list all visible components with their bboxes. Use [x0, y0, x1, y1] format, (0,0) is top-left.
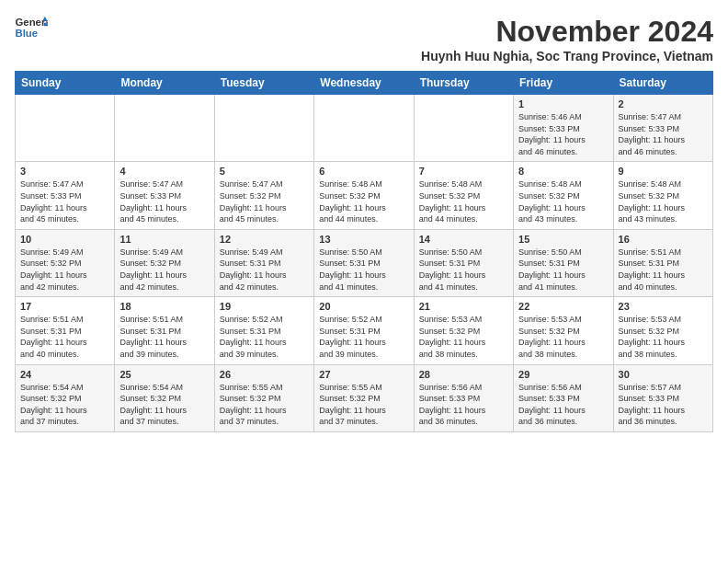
title-block: November 2024 Huynh Huu Nghia, Soc Trang… [421, 15, 713, 63]
day-number: 16 [619, 234, 708, 245]
calendar-cell: 5Sunrise: 5:47 AM Sunset: 5:32 PM Daylig… [214, 162, 313, 229]
calendar-cell: 20Sunrise: 5:52 AM Sunset: 5:31 PM Dayli… [314, 297, 414, 364]
weekday-header-sunday: Sunday [16, 72, 115, 95]
calendar-cell: 21Sunrise: 5:53 AM Sunset: 5:32 PM Dayli… [414, 297, 513, 364]
cell-content: Sunrise: 5:50 AM Sunset: 5:31 PM Dayligh… [419, 247, 508, 293]
day-number: 20 [319, 301, 408, 312]
day-number: 21 [419, 301, 508, 312]
day-number: 6 [319, 166, 408, 177]
cell-content: Sunrise: 5:47 AM Sunset: 5:33 PM Dayligh… [20, 178, 109, 224]
calendar-cell: 14Sunrise: 5:50 AM Sunset: 5:31 PM Dayli… [414, 229, 513, 296]
calendar-table: SundayMondayTuesdayWednesdayThursdayFrid… [15, 71, 713, 432]
day-number: 22 [518, 301, 608, 312]
calendar-cell: 23Sunrise: 5:53 AM Sunset: 5:32 PM Dayli… [613, 297, 712, 364]
cell-content: Sunrise: 5:48 AM Sunset: 5:32 PM Dayligh… [518, 178, 608, 224]
day-number: 4 [119, 166, 209, 177]
day-number: 12 [220, 234, 309, 245]
day-number: 23 [619, 301, 708, 312]
day-number: 19 [220, 301, 309, 312]
cell-content: Sunrise: 5:55 AM Sunset: 5:32 PM Dayligh… [319, 382, 408, 428]
calendar-cell: 2Sunrise: 5:47 AM Sunset: 5:33 PM Daylig… [613, 95, 712, 162]
cell-content: Sunrise: 5:53 AM Sunset: 5:32 PM Dayligh… [419, 314, 508, 360]
day-number: 15 [518, 234, 608, 245]
day-number: 10 [20, 234, 109, 245]
calendar-cell: 12Sunrise: 5:49 AM Sunset: 5:31 PM Dayli… [214, 229, 313, 296]
cell-content: Sunrise: 5:51 AM Sunset: 5:31 PM Dayligh… [619, 247, 708, 293]
day-number: 17 [20, 301, 109, 312]
day-number: 1 [518, 98, 608, 109]
calendar-cell: 3Sunrise: 5:47 AM Sunset: 5:33 PM Daylig… [16, 162, 115, 229]
cell-content: Sunrise: 5:54 AM Sunset: 5:32 PM Dayligh… [20, 382, 109, 428]
week-row-4: 17Sunrise: 5:51 AM Sunset: 5:31 PM Dayli… [16, 297, 713, 364]
day-number: 14 [419, 234, 508, 245]
month-title: November 2024 [421, 15, 713, 49]
calendar-cell [314, 95, 414, 162]
logo-icon: General Blue [15, 15, 48, 40]
cell-content: Sunrise: 5:46 AM Sunset: 5:33 PM Dayligh… [518, 111, 608, 157]
calendar-cell: 26Sunrise: 5:55 AM Sunset: 5:32 PM Dayli… [214, 364, 313, 431]
cell-content: Sunrise: 5:50 AM Sunset: 5:31 PM Dayligh… [319, 247, 408, 293]
calendar-cell: 9Sunrise: 5:48 AM Sunset: 5:32 PM Daylig… [613, 162, 712, 229]
day-number: 18 [119, 301, 209, 312]
cell-content: Sunrise: 5:55 AM Sunset: 5:32 PM Dayligh… [220, 382, 309, 428]
calendar-cell: 10Sunrise: 5:49 AM Sunset: 5:32 PM Dayli… [16, 229, 115, 296]
calendar-cell: 24Sunrise: 5:54 AM Sunset: 5:32 PM Dayli… [16, 364, 115, 431]
weekday-header-row: SundayMondayTuesdayWednesdayThursdayFrid… [16, 72, 713, 95]
calendar-cell: 28Sunrise: 5:56 AM Sunset: 5:33 PM Dayli… [414, 364, 513, 431]
cell-content: Sunrise: 5:52 AM Sunset: 5:31 PM Dayligh… [319, 314, 408, 360]
page-header: General Blue November 2024 Huynh Huu Ngh… [15, 15, 713, 63]
calendar-cell [16, 95, 115, 162]
day-number: 30 [619, 369, 708, 380]
day-number: 8 [518, 166, 608, 177]
calendar-cell: 17Sunrise: 5:51 AM Sunset: 5:31 PM Dayli… [16, 297, 115, 364]
calendar-cell: 13Sunrise: 5:50 AM Sunset: 5:31 PM Dayli… [314, 229, 414, 296]
calendar-cell: 7Sunrise: 5:48 AM Sunset: 5:32 PM Daylig… [414, 162, 513, 229]
calendar-cell: 18Sunrise: 5:51 AM Sunset: 5:31 PM Dayli… [115, 297, 214, 364]
day-number: 2 [619, 98, 708, 109]
calendar-cell: 8Sunrise: 5:48 AM Sunset: 5:32 PM Daylig… [514, 162, 613, 229]
day-number: 3 [20, 166, 109, 177]
day-number: 26 [220, 369, 309, 380]
week-row-3: 10Sunrise: 5:49 AM Sunset: 5:32 PM Dayli… [16, 229, 713, 296]
calendar-cell: 19Sunrise: 5:52 AM Sunset: 5:31 PM Dayli… [214, 297, 313, 364]
day-number: 13 [319, 234, 408, 245]
weekday-header-wednesday: Wednesday [314, 72, 414, 95]
calendar-cell [414, 95, 513, 162]
day-number: 29 [518, 369, 608, 380]
cell-content: Sunrise: 5:48 AM Sunset: 5:32 PM Dayligh… [419, 178, 508, 224]
calendar-cell: 1Sunrise: 5:46 AM Sunset: 5:33 PM Daylig… [514, 95, 613, 162]
cell-content: Sunrise: 5:47 AM Sunset: 5:32 PM Dayligh… [220, 178, 309, 224]
cell-content: Sunrise: 5:56 AM Sunset: 5:33 PM Dayligh… [518, 382, 608, 428]
calendar-cell: 6Sunrise: 5:48 AM Sunset: 5:32 PM Daylig… [314, 162, 414, 229]
weekday-header-saturday: Saturday [613, 72, 712, 95]
week-row-2: 3Sunrise: 5:47 AM Sunset: 5:33 PM Daylig… [16, 162, 713, 229]
cell-content: Sunrise: 5:49 AM Sunset: 5:32 PM Dayligh… [20, 247, 109, 293]
cell-content: Sunrise: 5:47 AM Sunset: 5:33 PM Dayligh… [619, 111, 708, 157]
day-number: 27 [319, 369, 408, 380]
week-row-5: 24Sunrise: 5:54 AM Sunset: 5:32 PM Dayli… [16, 364, 713, 431]
calendar-cell [214, 95, 313, 162]
svg-text:General: General [16, 17, 49, 28]
weekday-header-monday: Monday [115, 72, 214, 95]
cell-content: Sunrise: 5:52 AM Sunset: 5:31 PM Dayligh… [220, 314, 309, 360]
cell-content: Sunrise: 5:49 AM Sunset: 5:32 PM Dayligh… [119, 247, 209, 293]
calendar-cell: 29Sunrise: 5:56 AM Sunset: 5:33 PM Dayli… [514, 364, 613, 431]
cell-content: Sunrise: 5:51 AM Sunset: 5:31 PM Dayligh… [119, 314, 209, 360]
cell-content: Sunrise: 5:48 AM Sunset: 5:32 PM Dayligh… [619, 178, 708, 224]
cell-content: Sunrise: 5:53 AM Sunset: 5:32 PM Dayligh… [518, 314, 608, 360]
cell-content: Sunrise: 5:51 AM Sunset: 5:31 PM Dayligh… [20, 314, 109, 360]
calendar-cell: 11Sunrise: 5:49 AM Sunset: 5:32 PM Dayli… [115, 229, 214, 296]
cell-content: Sunrise: 5:54 AM Sunset: 5:32 PM Dayligh… [119, 382, 209, 428]
cell-content: Sunrise: 5:49 AM Sunset: 5:31 PM Dayligh… [220, 247, 309, 293]
day-number: 9 [619, 166, 708, 177]
week-row-1: 1Sunrise: 5:46 AM Sunset: 5:33 PM Daylig… [16, 95, 713, 162]
weekday-header-tuesday: Tuesday [214, 72, 313, 95]
calendar-cell: 16Sunrise: 5:51 AM Sunset: 5:31 PM Dayli… [613, 229, 712, 296]
weekday-header-thursday: Thursday [414, 72, 513, 95]
svg-marker-3 [44, 23, 48, 27]
calendar-cell: 27Sunrise: 5:55 AM Sunset: 5:32 PM Dayli… [314, 364, 414, 431]
calendar-cell [115, 95, 214, 162]
weekday-header-friday: Friday [514, 72, 613, 95]
day-number: 24 [20, 369, 109, 380]
cell-content: Sunrise: 5:57 AM Sunset: 5:33 PM Dayligh… [619, 382, 708, 428]
